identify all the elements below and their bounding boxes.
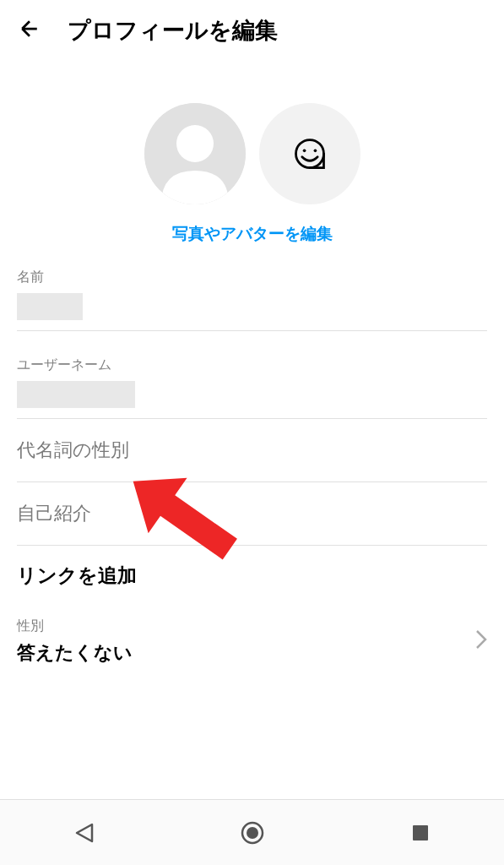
name-value [17,293,487,324]
svg-point-4 [313,150,317,153]
svg-point-2 [295,140,323,168]
svg-point-1 [176,125,214,162]
name-label: 名前 [17,269,487,286]
bio-label: 自己紹介 [17,501,487,526]
svg-marker-6 [77,824,92,841]
svg-point-8 [247,827,258,839]
back-button[interactable] [17,16,42,46]
pronoun-field[interactable]: 代名詞の性別 [17,419,487,482]
page-title: プロフィールを編集 [68,15,278,46]
pronoun-label: 代名詞の性別 [17,438,487,463]
name-field[interactable]: 名前 [17,269,487,331]
gender-value: 答えたくない [17,640,467,666]
nav-home-button[interactable] [227,808,278,858]
username-field[interactable]: ユーザーネーム [17,356,487,419]
edit-photo-link[interactable]: 写真やアバターを編集 [0,223,504,245]
fade-overlay [0,723,504,799]
svg-point-3 [302,150,306,153]
svg-rect-9 [413,825,428,841]
nav-recent-button[interactable] [395,808,446,858]
gender-field[interactable]: 性別 答えたくない [17,606,487,666]
add-links-label: リンクを追加 [17,563,487,589]
username-label: ユーザーネーム [17,356,487,374]
add-links-field[interactable]: リンクを追加 [17,546,487,606]
system-nav-bar [0,799,504,865]
gender-label: 性別 [17,617,467,635]
profile-photo[interactable] [144,103,246,204]
username-value [17,381,487,411]
bio-field[interactable]: 自己紹介 [17,482,487,546]
avatar-creator[interactable] [259,103,360,204]
nav-back-button[interactable] [59,808,110,858]
chevron-right-icon [475,628,487,656]
